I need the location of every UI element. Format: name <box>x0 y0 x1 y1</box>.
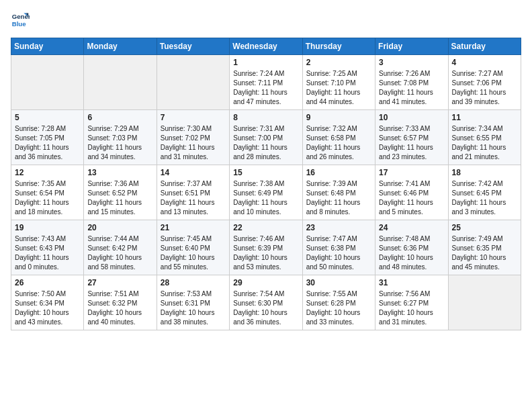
calendar-cell: 16Sunrise: 7:39 AM Sunset: 6:48 PM Dayli… <box>302 165 375 220</box>
calendar-cell: 14Sunrise: 7:37 AM Sunset: 6:51 PM Dayli… <box>157 165 229 220</box>
calendar-cell: 8Sunrise: 7:31 AM Sunset: 7:00 PM Daylig… <box>230 110 302 165</box>
day-number: 31 <box>379 278 444 287</box>
day-number: 8 <box>233 113 298 122</box>
calendar-header: SundayMondayTuesdayWednesdayThursdayFrid… <box>11 38 521 55</box>
cell-content: Sunrise: 7:56 AM Sunset: 6:27 PM Dayligh… <box>379 289 444 327</box>
calendar-cell: 4Sunrise: 7:27 AM Sunset: 7:06 PM Daylig… <box>448 55 521 110</box>
calendar-cell: 15Sunrise: 7:38 AM Sunset: 6:49 PM Dayli… <box>230 165 302 220</box>
header-monday: Monday <box>84 38 157 55</box>
day-number: 7 <box>161 113 226 122</box>
cell-content: Sunrise: 7:26 AM Sunset: 7:08 PM Dayligh… <box>379 69 444 107</box>
day-number: 27 <box>87 278 152 287</box>
cell-content: Sunrise: 7:28 AM Sunset: 7:05 PM Dayligh… <box>15 124 80 162</box>
day-number: 16 <box>306 168 371 177</box>
calendar-cell: 6Sunrise: 7:29 AM Sunset: 7:03 PM Daylig… <box>84 110 157 165</box>
day-number: 20 <box>87 223 152 232</box>
cell-content: Sunrise: 7:32 AM Sunset: 6:58 PM Dayligh… <box>306 124 371 162</box>
calendar-cell: 26Sunrise: 7:50 AM Sunset: 6:34 PM Dayli… <box>11 275 84 330</box>
calendar-cell <box>11 55 84 110</box>
cell-content: Sunrise: 7:42 AM Sunset: 6:45 PM Dayligh… <box>452 179 517 217</box>
cell-content: Sunrise: 7:41 AM Sunset: 6:46 PM Dayligh… <box>379 179 444 217</box>
day-number: 12 <box>15 168 80 177</box>
cell-content: Sunrise: 7:36 AM Sunset: 6:52 PM Dayligh… <box>87 179 152 217</box>
calendar-cell: 13Sunrise: 7:36 AM Sunset: 6:52 PM Dayli… <box>84 165 157 220</box>
day-number: 26 <box>15 278 80 287</box>
calendar-cell: 24Sunrise: 7:48 AM Sunset: 6:36 PM Dayli… <box>375 220 448 275</box>
cell-content: Sunrise: 7:34 AM Sunset: 6:55 PM Dayligh… <box>452 124 517 162</box>
day-number: 2 <box>306 58 371 67</box>
week-row-4: 19Sunrise: 7:43 AM Sunset: 6:43 PM Dayli… <box>11 220 521 275</box>
calendar-cell: 23Sunrise: 7:47 AM Sunset: 6:38 PM Dayli… <box>302 220 375 275</box>
cell-content: Sunrise: 7:51 AM Sunset: 6:32 PM Dayligh… <box>87 289 152 327</box>
cell-content: Sunrise: 7:49 AM Sunset: 6:35 PM Dayligh… <box>452 234 517 272</box>
day-number: 19 <box>15 223 80 232</box>
calendar-cell: 11Sunrise: 7:34 AM Sunset: 6:55 PM Dayli… <box>448 110 521 165</box>
header-wednesday: Wednesday <box>230 38 302 55</box>
cell-content: Sunrise: 7:46 AM Sunset: 6:39 PM Dayligh… <box>233 234 298 272</box>
day-number: 24 <box>379 223 444 232</box>
cell-content: Sunrise: 7:45 AM Sunset: 6:40 PM Dayligh… <box>161 234 226 272</box>
day-number: 1 <box>233 58 298 67</box>
cell-content: Sunrise: 7:54 AM Sunset: 6:30 PM Dayligh… <box>233 289 298 327</box>
calendar-cell: 7Sunrise: 7:30 AM Sunset: 7:02 PM Daylig… <box>157 110 229 165</box>
svg-text:Blue: Blue <box>12 20 26 28</box>
cell-content: Sunrise: 7:50 AM Sunset: 6:34 PM Dayligh… <box>15 289 80 327</box>
cell-content: Sunrise: 7:33 AM Sunset: 6:57 PM Dayligh… <box>379 124 444 162</box>
calendar-cell <box>84 55 157 110</box>
day-number: 15 <box>233 168 298 177</box>
calendar-cell: 27Sunrise: 7:51 AM Sunset: 6:32 PM Dayli… <box>84 275 157 330</box>
calendar-cell: 3Sunrise: 7:26 AM Sunset: 7:08 PM Daylig… <box>375 55 448 110</box>
calendar-cell: 9Sunrise: 7:32 AM Sunset: 6:58 PM Daylig… <box>302 110 375 165</box>
week-row-1: 1Sunrise: 7:24 AM Sunset: 7:11 PM Daylig… <box>11 55 521 110</box>
cell-content: Sunrise: 7:29 AM Sunset: 7:03 PM Dayligh… <box>87 124 152 162</box>
cell-content: Sunrise: 7:53 AM Sunset: 6:31 PM Dayligh… <box>161 289 226 327</box>
calendar-cell: 18Sunrise: 7:42 AM Sunset: 6:45 PM Dayli… <box>448 165 521 220</box>
cell-content: Sunrise: 7:39 AM Sunset: 6:48 PM Dayligh… <box>306 179 371 217</box>
header-row: SundayMondayTuesdayWednesdayThursdayFrid… <box>11 38 521 55</box>
week-row-5: 26Sunrise: 7:50 AM Sunset: 6:34 PM Dayli… <box>11 275 521 330</box>
calendar-cell: 19Sunrise: 7:43 AM Sunset: 6:43 PM Dayli… <box>11 220 84 275</box>
header-friday: Friday <box>375 38 448 55</box>
header-thursday: Thursday <box>302 38 375 55</box>
day-number: 23 <box>306 223 371 232</box>
day-number: 3 <box>379 58 444 67</box>
cell-content: Sunrise: 7:44 AM Sunset: 6:42 PM Dayligh… <box>87 234 152 272</box>
cell-content: Sunrise: 7:43 AM Sunset: 6:43 PM Dayligh… <box>15 234 80 272</box>
day-number: 25 <box>452 223 517 232</box>
calendar-cell: 17Sunrise: 7:41 AM Sunset: 6:46 PM Dayli… <box>375 165 448 220</box>
day-number: 18 <box>452 168 517 177</box>
day-number: 11 <box>452 113 517 122</box>
cell-content: Sunrise: 7:30 AM Sunset: 7:02 PM Dayligh… <box>161 124 226 162</box>
cell-content: Sunrise: 7:37 AM Sunset: 6:51 PM Dayligh… <box>161 179 226 217</box>
header-tuesday: Tuesday <box>157 38 229 55</box>
day-number: 4 <box>452 58 517 67</box>
logo: General Blue <box>11 11 32 30</box>
day-number: 17 <box>379 168 444 177</box>
calendar-cell: 31Sunrise: 7:56 AM Sunset: 6:27 PM Dayli… <box>375 275 448 330</box>
cell-content: Sunrise: 7:25 AM Sunset: 7:10 PM Dayligh… <box>306 69 371 107</box>
day-number: 28 <box>161 278 226 287</box>
cell-content: Sunrise: 7:35 AM Sunset: 6:54 PM Dayligh… <box>15 179 80 217</box>
calendar-cell <box>157 55 229 110</box>
calendar-cell <box>448 275 521 330</box>
day-number: 9 <box>306 113 371 122</box>
day-number: 10 <box>379 113 444 122</box>
day-number: 29 <box>233 278 298 287</box>
cell-content: Sunrise: 7:47 AM Sunset: 6:38 PM Dayligh… <box>306 234 371 272</box>
calendar-cell: 28Sunrise: 7:53 AM Sunset: 6:31 PM Dayli… <box>157 275 229 330</box>
calendar-cell: 2Sunrise: 7:25 AM Sunset: 7:10 PM Daylig… <box>302 55 375 110</box>
day-number: 5 <box>15 113 80 122</box>
calendar-cell: 5Sunrise: 7:28 AM Sunset: 7:05 PM Daylig… <box>11 110 84 165</box>
day-number: 6 <box>87 113 152 122</box>
page-header: General Blue <box>11 11 521 30</box>
day-number: 14 <box>161 168 226 177</box>
calendar-cell: 21Sunrise: 7:45 AM Sunset: 6:40 PM Dayli… <box>157 220 229 275</box>
logo-icon: General Blue <box>11 11 30 30</box>
week-row-2: 5Sunrise: 7:28 AM Sunset: 7:05 PM Daylig… <box>11 110 521 165</box>
cell-content: Sunrise: 7:24 AM Sunset: 7:11 PM Dayligh… <box>233 69 298 107</box>
day-number: 22 <box>233 223 298 232</box>
calendar-cell: 29Sunrise: 7:54 AM Sunset: 6:30 PM Dayli… <box>230 275 302 330</box>
cell-content: Sunrise: 7:55 AM Sunset: 6:28 PM Dayligh… <box>306 289 371 327</box>
calendar: SundayMondayTuesdayWednesdayThursdayFrid… <box>11 38 521 330</box>
calendar-cell: 12Sunrise: 7:35 AM Sunset: 6:54 PM Dayli… <box>11 165 84 220</box>
